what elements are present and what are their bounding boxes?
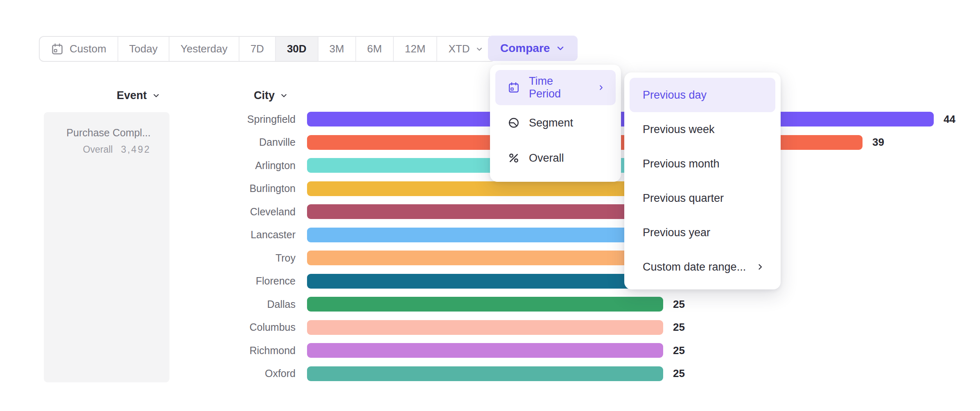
chart-row-dallas: Dallas25: [0, 293, 980, 316]
city-column-header-label: City: [254, 89, 275, 102]
chevron-right-icon: [756, 262, 765, 271]
submenu-item-label: Previous month: [643, 158, 720, 170]
bar-dallas[interactable]: [307, 297, 663, 312]
compare-menu-item-overall[interactable]: Overall: [495, 140, 616, 176]
compare-menu-item-segment[interactable]: Segment: [495, 105, 616, 140]
range-button-label: 30D: [287, 43, 307, 55]
range-button-label: Yesterday: [181, 43, 228, 55]
bar-label: Burlington: [0, 183, 296, 194]
chevron-down-icon: [280, 91, 288, 100]
chart-row-richmond: Richmond25: [0, 339, 980, 362]
chart-row-lancaster: Lancaster: [0, 224, 980, 247]
range-button-today[interactable]: Today: [118, 37, 169, 61]
bar-label: Oxford: [0, 368, 296, 379]
time-period-option-previous-quarter[interactable]: Previous quarter: [630, 181, 775, 215]
range-button-xtd[interactable]: XTD: [437, 37, 495, 61]
bar-value: 25: [673, 321, 685, 334]
range-button-7d[interactable]: 7D: [239, 37, 276, 61]
percent-icon: [508, 152, 520, 164]
calendar-icon: [51, 43, 64, 56]
time-period-option-previous-day[interactable]: Previous day: [630, 78, 775, 112]
range-button-label: Today: [129, 43, 158, 55]
compare-button-label: Compare: [500, 42, 550, 55]
range-button-yesterday[interactable]: Yesterday: [169, 37, 239, 61]
calendar-icon: [508, 81, 520, 94]
bar-label: Springfield: [0, 113, 296, 125]
chart-row-cleveland: Cleveland: [0, 200, 980, 224]
range-button-label: 3M: [330, 43, 344, 55]
range-button-label: XTD: [448, 43, 470, 55]
range-button-label: 7D: [251, 43, 264, 55]
city-column-header[interactable]: City: [254, 89, 288, 102]
chart-row-troy: Troy: [0, 246, 980, 270]
submenu-item-label: Custom date range...: [643, 261, 746, 273]
range-button-6m[interactable]: 6M: [356, 37, 394, 61]
bar-label: Danville: [0, 136, 296, 148]
chart-row-oxford: Oxford25: [0, 362, 980, 386]
bar-florence[interactable]: [307, 274, 677, 289]
submenu-item-label: Previous year: [643, 226, 710, 239]
time-period-option-previous-month[interactable]: Previous month: [630, 147, 775, 181]
bar-richmond[interactable]: [307, 343, 663, 358]
range-button-label: 12M: [405, 43, 426, 55]
menu-item-label: Segment: [529, 117, 573, 129]
time-period-submenu: Previous dayPrevious weekPrevious monthP…: [624, 72, 781, 289]
bar-value: 44: [944, 113, 955, 126]
bar-oxford[interactable]: [307, 366, 663, 381]
menu-item-label: Overall: [529, 152, 564, 165]
bar-label: Troy: [0, 252, 296, 264]
chevron-down-icon: [555, 43, 565, 53]
compare-menu-item-time-period[interactable]: Time Period: [495, 70, 616, 105]
range-button-label: Custom: [70, 43, 106, 55]
range-button-3m[interactable]: 3M: [318, 37, 356, 61]
chart-row-florence: Florence: [0, 270, 980, 293]
event-column-header-label: Event: [117, 89, 147, 102]
bar-label: Lancaster: [0, 229, 296, 241]
event-column-header[interactable]: Event: [117, 89, 160, 102]
chart-row-columbus: Columbus25: [0, 316, 980, 339]
bar-label: Florence: [0, 275, 296, 287]
bar-columbus[interactable]: [307, 320, 663, 335]
range-button-custom[interactable]: Custom: [40, 37, 118, 61]
chevron-right-icon: [597, 83, 605, 92]
compare-dropdown-menu: Time PeriodSegmentOverall: [490, 65, 621, 182]
menu-item-label: Time Period: [529, 75, 579, 100]
bar-label: Columbus: [0, 321, 296, 333]
segment-icon: [508, 117, 520, 129]
bar-label: Dallas: [0, 298, 296, 310]
submenu-item-label: Previous quarter: [643, 192, 724, 205]
range-button-12m[interactable]: 12M: [394, 37, 438, 61]
submenu-item-label: Previous day: [643, 89, 707, 102]
analytics-report-page: CustomTodayYesterday7D30D3M6M12MXTD Comp…: [0, 0, 980, 411]
range-button-label: 6M: [367, 43, 382, 55]
chevron-down-icon: [475, 45, 483, 53]
time-period-option-previous-week[interactable]: Previous week: [630, 112, 775, 147]
time-period-option-custom-date-range[interactable]: Custom date range...: [630, 250, 775, 284]
bar-value: 25: [673, 344, 685, 357]
compare-button[interactable]: Compare: [488, 36, 578, 61]
bar-value: 25: [673, 367, 685, 380]
bar-value: 25: [673, 298, 685, 311]
chevron-down-icon: [152, 91, 160, 100]
submenu-item-label: Previous week: [643, 123, 715, 136]
bar-value: 39: [872, 136, 884, 149]
chart-row-burlington: Burlington: [0, 177, 980, 201]
time-period-option-previous-year[interactable]: Previous year: [630, 215, 775, 250]
bar-label: Cleveland: [0, 206, 296, 218]
bar-label: Arlington: [0, 160, 296, 172]
date-range-toolbar: CustomTodayYesterday7D30D3M6M12MXTD: [39, 36, 495, 62]
bar-label: Richmond: [0, 345, 296, 357]
range-button-30d[interactable]: 30D: [276, 37, 318, 61]
